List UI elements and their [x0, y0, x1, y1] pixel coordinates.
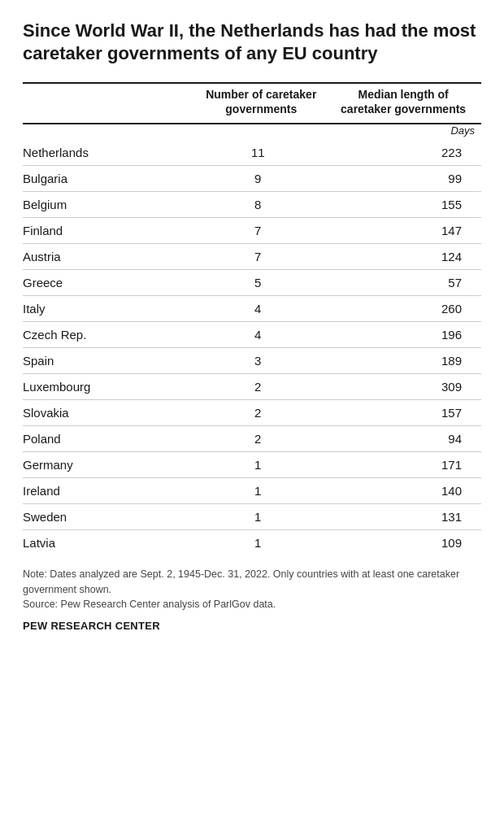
table-row: Sweden1131 — [23, 504, 481, 530]
count-cell: 5 — [197, 270, 325, 296]
country-cell: Spain — [23, 348, 197, 374]
count-cell: 9 — [197, 166, 325, 192]
count-cell: 1 — [197, 504, 325, 530]
table-row: Ireland1140 — [23, 478, 481, 504]
days-label: Days — [325, 124, 481, 140]
count-cell: 3 — [197, 348, 325, 374]
count-cell: 2 — [197, 426, 325, 452]
count-cell: 8 — [197, 192, 325, 218]
days-cell: 260 — [325, 296, 481, 322]
table-row: Austria7124 — [23, 244, 481, 270]
country-cell: Greece — [23, 270, 197, 296]
days-blank-2 — [197, 124, 325, 140]
brand-label: PEW RESEARCH CENTER — [23, 620, 481, 632]
table-row: Italy4260 — [23, 296, 481, 322]
days-cell: 140 — [325, 478, 481, 504]
table-row: Slovakia2157 — [23, 400, 481, 426]
country-cell: Poland — [23, 426, 197, 452]
country-cell: Germany — [23, 452, 197, 478]
col-count-header: Number of caretaker governments — [197, 83, 325, 124]
table-row: Luxembourg2309 — [23, 374, 481, 400]
table-row: Germany1171 — [23, 452, 481, 478]
count-cell: 4 — [197, 296, 325, 322]
country-cell: Luxembourg — [23, 374, 197, 400]
days-cell: 196 — [325, 322, 481, 348]
country-cell: Slovakia — [23, 400, 197, 426]
days-cell: 147 — [325, 218, 481, 244]
note-text: Note: Dates analyzed are Sept. 2, 1945-D… — [23, 567, 481, 611]
days-blank-1 — [23, 124, 197, 140]
days-cell: 189 — [325, 348, 481, 374]
table-row: Poland294 — [23, 426, 481, 452]
days-cell: 57 — [325, 270, 481, 296]
days-cell: 131 — [325, 504, 481, 530]
days-cell: 157 — [325, 400, 481, 426]
table-row: Greece557 — [23, 270, 481, 296]
table-row: Latvia1109 — [23, 530, 481, 556]
col-country-header — [23, 83, 197, 124]
table-row: Finland7147 — [23, 218, 481, 244]
country-cell: Czech Rep. — [23, 322, 197, 348]
count-cell: 1 — [197, 478, 325, 504]
page-container: Since World War II, the Netherlands has … — [23, 20, 481, 632]
count-cell: 11 — [197, 140, 325, 166]
country-cell: Finland — [23, 218, 197, 244]
days-cell: 171 — [325, 452, 481, 478]
country-cell: Ireland — [23, 478, 197, 504]
table-row: Bulgaria999 — [23, 166, 481, 192]
table-row: Czech Rep.4196 — [23, 322, 481, 348]
count-cell: 1 — [197, 452, 325, 478]
country-cell: Italy — [23, 296, 197, 322]
country-cell: Belgium — [23, 192, 197, 218]
table-row: Spain3189 — [23, 348, 481, 374]
days-cell: 309 — [325, 374, 481, 400]
table-wrapper: Number of caretaker governments Median l… — [23, 82, 481, 555]
country-cell: Bulgaria — [23, 166, 197, 192]
count-cell: 7 — [197, 218, 325, 244]
count-cell: 2 — [197, 374, 325, 400]
days-cell: 109 — [325, 530, 481, 556]
chart-title: Since World War II, the Netherlands has … — [23, 20, 481, 64]
days-cell: 223 — [325, 140, 481, 166]
days-cell: 94 — [325, 426, 481, 452]
table-row: Belgium8155 — [23, 192, 481, 218]
days-cell: 155 — [325, 192, 481, 218]
count-cell: 4 — [197, 322, 325, 348]
data-table: Number of caretaker governments Median l… — [23, 82, 481, 555]
col-days-header: Median length of caretaker governments — [325, 83, 481, 124]
country-cell: Latvia — [23, 530, 197, 556]
count-cell: 2 — [197, 400, 325, 426]
country-cell: Austria — [23, 244, 197, 270]
days-cell: 99 — [325, 166, 481, 192]
count-cell: 7 — [197, 244, 325, 270]
days-cell: 124 — [325, 244, 481, 270]
country-cell: Sweden — [23, 504, 197, 530]
table-row: Netherlands11223 — [23, 140, 481, 166]
country-cell: Netherlands — [23, 140, 197, 166]
count-cell: 1 — [197, 530, 325, 556]
